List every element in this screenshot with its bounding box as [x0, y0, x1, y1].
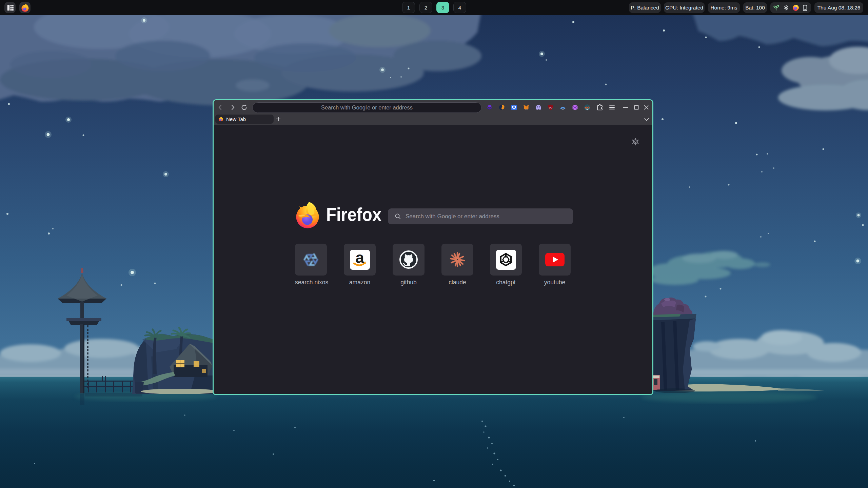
svg-text:uO: uO — [549, 106, 553, 109]
